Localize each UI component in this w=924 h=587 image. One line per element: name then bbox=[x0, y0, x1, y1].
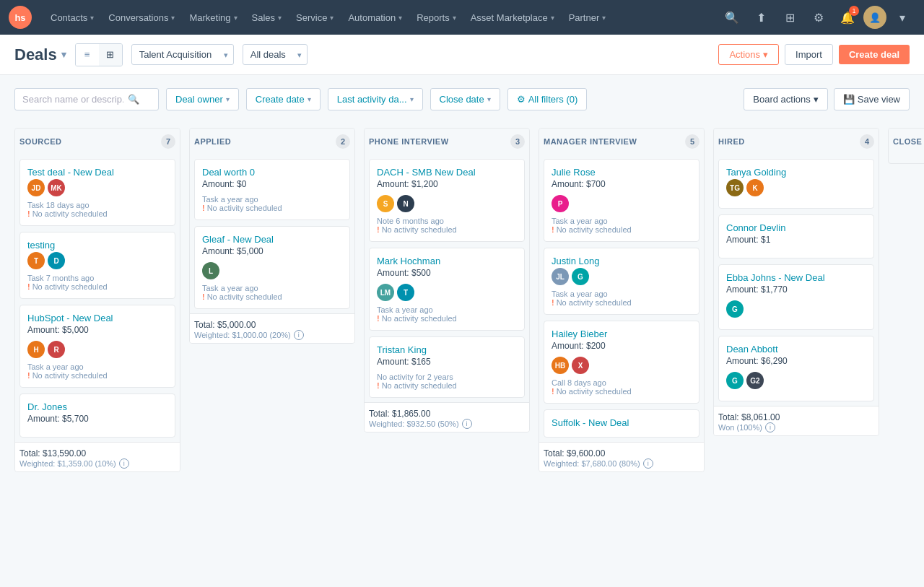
search-input[interactable] bbox=[22, 94, 123, 105]
user-avatar[interactable]: 👤 bbox=[863, 6, 886, 29]
deal-card[interactable]: Connor DevlinAmount: $1 bbox=[718, 214, 874, 258]
all-filters-button[interactable]: ⚙ All filters (0) bbox=[507, 88, 588, 110]
actions-button[interactable]: Actions ▾ bbox=[718, 44, 779, 65]
chevron-down-icon: ▾ bbox=[453, 14, 456, 22]
list-view-button[interactable]: ≡ bbox=[76, 44, 99, 66]
board-actions-button[interactable]: Board actions ▾ bbox=[744, 88, 828, 110]
top-navigation: hs Contacts ▾ Conversations ▾ Marketing … bbox=[0, 0, 924, 35]
deals-header: Deals ▾ ≡ ⊞ Talent Acquisition All deals… bbox=[0, 35, 924, 75]
nav-sales[interactable]: Sales ▾ bbox=[245, 0, 289, 35]
nav-contacts[interactable]: Contacts ▾ bbox=[43, 0, 101, 35]
board-view-button[interactable]: ⊞ bbox=[99, 44, 122, 66]
pipeline-select[interactable]: Talent Acquisition bbox=[131, 44, 234, 65]
deal-amount: Amount: $0 bbox=[202, 179, 342, 189]
search-box: 🔍 bbox=[14, 88, 159, 110]
nav-reports[interactable]: Reports ▾ bbox=[409, 0, 463, 35]
search-icon-btn[interactable]: 🔍 bbox=[719, 4, 745, 30]
avatar: R bbox=[48, 341, 65, 358]
hubspot-logo[interactable]: hs bbox=[9, 6, 32, 29]
settings-icon-btn[interactable]: ⚙ bbox=[806, 4, 832, 30]
last-activity-filter[interactable]: Last activity da... ▾ bbox=[328, 88, 423, 110]
nav-marketing[interactable]: Marketing ▾ bbox=[182, 0, 244, 35]
nav-asset-marketplace[interactable]: Asset Marketplace ▾ bbox=[463, 0, 562, 35]
deal-task: Call 8 days ago bbox=[552, 378, 692, 387]
nav-conversations[interactable]: Conversations ▾ bbox=[101, 0, 182, 35]
deal-avatars: LMT bbox=[377, 284, 517, 301]
chevron-down-icon: ▾ bbox=[763, 49, 768, 60]
deal-card[interactable]: Deal worth 0Amount: $0Task a year ago!No… bbox=[194, 159, 350, 220]
import-button[interactable]: Import bbox=[785, 44, 833, 65]
deal-amount: Amount: $6,290 bbox=[726, 356, 866, 366]
deal-card[interactable]: Dr. JonesAmount: $5,700 bbox=[19, 393, 175, 438]
deal-amount: Amount: $1 bbox=[726, 235, 866, 245]
marketplace-icon-btn[interactable]: ⊞ bbox=[777, 4, 803, 30]
deal-avatars: HR bbox=[27, 341, 167, 358]
deal-card[interactable]: HubSpot - New DealAmount: $5,000HRTask a… bbox=[19, 305, 175, 388]
avatar: P bbox=[552, 195, 569, 212]
deal-card[interactable]: Suffolk - New Deal bbox=[544, 409, 699, 438]
info-icon[interactable]: i bbox=[294, 330, 304, 340]
deal-activity: !No activity scheduled bbox=[377, 314, 517, 323]
svg-text:hs: hs bbox=[14, 12, 25, 23]
deal-avatars: L bbox=[202, 262, 342, 279]
deal-card[interactable]: Ebba Johns - New DealAmount: $1,770G bbox=[718, 264, 874, 330]
deal-owner-filter[interactable]: Deal owner ▾ bbox=[166, 88, 239, 110]
notifications-icon-btn[interactable]: 🔔 1 bbox=[834, 4, 860, 30]
chevron-down-icon: ▾ bbox=[226, 95, 230, 103]
nav-partner[interactable]: Partner ▾ bbox=[562, 0, 614, 35]
header-right: Actions ▾ Import Create deal bbox=[718, 44, 910, 65]
deal-amount: Amount: $5,700 bbox=[27, 414, 167, 424]
column-title-closed: CLOSE bbox=[893, 137, 922, 146]
deal-activity: !No activity scheduled bbox=[202, 204, 342, 212]
nav-service[interactable]: Service ▾ bbox=[289, 0, 341, 35]
deal-name: Suffolk - New Deal bbox=[552, 417, 692, 428]
column-title-manager_interview: MANAGER INTERVIEW bbox=[544, 137, 637, 146]
save-view-button[interactable]: 💾 Save view bbox=[834, 88, 910, 110]
upgrade-icon-btn[interactable]: ⬆ bbox=[748, 4, 774, 30]
chevron-down-icon: ▾ bbox=[234, 14, 237, 22]
deal-card[interactable]: Julie RoseAmount: $700PTask a year ago!N… bbox=[544, 159, 699, 242]
info-icon[interactable]: i bbox=[765, 422, 775, 432]
board-container: SOURCED 7 Test deal - New DealJDMKTask 1… bbox=[0, 119, 924, 487]
account-caret-icon[interactable]: ▾ bbox=[889, 4, 915, 30]
deal-activity: !No activity scheduled bbox=[27, 209, 167, 218]
deal-card[interactable]: Hailey BieberAmount: $200HBXCall 8 days … bbox=[544, 321, 699, 404]
column-count-manager_interview: 5 bbox=[685, 134, 699, 149]
column-total: Total: $5,000.00 bbox=[194, 320, 350, 330]
chevron-down-icon: ▾ bbox=[171, 14, 175, 22]
info-icon[interactable]: i bbox=[119, 458, 129, 469]
deal-card[interactable]: testingTDTask 7 months ago!No activity s… bbox=[19, 232, 175, 299]
deal-activity: !No activity scheduled bbox=[377, 225, 517, 234]
column-count-phone_interview: 3 bbox=[510, 134, 525, 149]
deal-amount: Amount: $5,000 bbox=[27, 325, 167, 335]
deal-task: Task a year ago bbox=[202, 195, 342, 204]
deal-card[interactable]: Tristan KingAmount: $165No activity for … bbox=[369, 336, 525, 398]
chevron-down-icon: ▾ bbox=[330, 14, 334, 22]
deal-activity: !No activity scheduled bbox=[202, 292, 342, 301]
deal-task: Task a year ago bbox=[377, 305, 517, 314]
deal-card[interactable]: DACH - SMB New DealAmount: $1,200SNNote … bbox=[369, 159, 525, 242]
column-applied: APPLIED 2 Deal worth 0Amount: $0Task a y… bbox=[189, 128, 355, 472]
create-deal-button[interactable]: Create deal bbox=[839, 45, 910, 64]
deal-card[interactable]: Mark HochmanAmount: $500LMTTask a year a… bbox=[369, 248, 525, 331]
create-date-filter[interactable]: Create date ▾ bbox=[246, 88, 321, 110]
nav-automation[interactable]: Automation ▾ bbox=[341, 0, 409, 35]
column-closed: CLOSE 0 bbox=[888, 128, 924, 472]
column-weighted: Weighted: $7,680.00 (80%) i bbox=[544, 458, 699, 469]
deal-card[interactable]: Justin LongJLGTask a year ago!No activit… bbox=[544, 248, 699, 315]
info-icon[interactable]: i bbox=[462, 419, 472, 429]
deal-card[interactable]: Gleaf - New DealAmount: $5,000LTask a ye… bbox=[194, 226, 350, 309]
info-icon[interactable]: i bbox=[643, 458, 653, 469]
deal-card[interactable]: Tanya GoldingTGK bbox=[718, 159, 874, 209]
avatar: H bbox=[27, 341, 45, 358]
deal-activity: !No activity scheduled bbox=[552, 225, 692, 234]
column-title-hired: HIRED bbox=[718, 137, 745, 146]
avatar: JD bbox=[27, 179, 45, 196]
filter-select[interactable]: All deals bbox=[243, 44, 308, 65]
close-date-filter[interactable]: Close date ▾ bbox=[430, 88, 500, 110]
deal-card[interactable]: Test deal - New DealJDMKTask 18 days ago… bbox=[19, 159, 175, 226]
avatar: MK bbox=[48, 179, 65, 196]
deals-title[interactable]: Deals ▾ bbox=[14, 45, 66, 64]
deal-card[interactable]: Dean AbbottAmount: $6,290GG2 bbox=[718, 336, 874, 401]
deal-name: Ebba Johns - New Deal bbox=[726, 272, 866, 283]
